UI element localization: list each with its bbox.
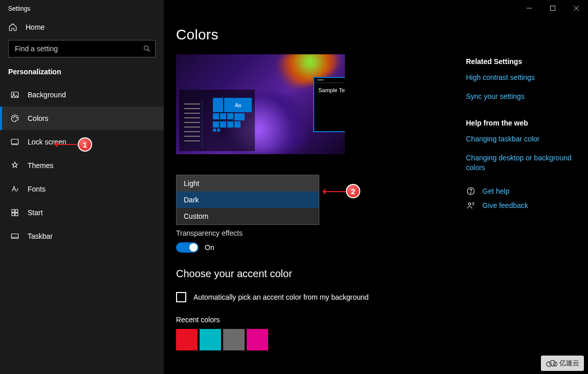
picture-icon xyxy=(10,90,19,99)
transparency-state: On xyxy=(205,243,214,252)
auto-accent-label: Automatically pick an accent color from … xyxy=(193,293,368,301)
search-input[interactable] xyxy=(8,40,156,57)
palette-icon xyxy=(10,114,19,123)
nav-home[interactable]: Home xyxy=(0,14,164,36)
preview-sample-text: Sample Text xyxy=(314,83,345,97)
nav-item-themes[interactable]: Themes xyxy=(0,154,164,177)
recent-colors-label: Recent colors xyxy=(176,316,446,324)
svg-point-5 xyxy=(14,116,15,117)
watermark: 亿速云 xyxy=(541,356,584,371)
maximize-button[interactable] xyxy=(541,0,564,16)
link-taskbar-color[interactable]: Changing taskbar color xyxy=(466,134,576,144)
nav-label: Background xyxy=(28,91,66,99)
page-title: Colors xyxy=(176,27,576,43)
svg-point-3 xyxy=(13,93,14,94)
link-sync-settings[interactable]: Sync your settings xyxy=(466,92,576,101)
nav-label: Colors xyxy=(28,114,48,122)
svg-rect-11 xyxy=(12,213,14,216)
nav-label: Themes xyxy=(28,161,54,170)
fonts-icon xyxy=(10,184,19,194)
dropdown-option-custom[interactable]: Custom xyxy=(177,208,319,224)
nav-item-taskbar[interactable]: Taskbar xyxy=(0,224,164,248)
recent-color-swatch[interactable] xyxy=(200,329,221,350)
color-mode-dropdown[interactable]: Light Dark Custom xyxy=(176,175,319,225)
link-high-contrast[interactable]: High contrast settings xyxy=(466,73,576,82)
lockscreen-icon xyxy=(10,137,19,147)
svg-rect-12 xyxy=(15,213,18,216)
recent-color-swatch[interactable] xyxy=(176,329,198,350)
feedback-icon xyxy=(466,201,475,210)
minimize-button[interactable] xyxy=(517,0,541,16)
annotation-arrow-2 xyxy=(323,191,346,192)
nav-list: Background Colors Lock screen Themes Fon… xyxy=(0,83,164,248)
section-header: Personalization xyxy=(0,63,164,83)
related-panel: Related Settings High contrast settings … xyxy=(466,54,576,350)
svg-point-6 xyxy=(16,117,17,118)
annotation-arrow-1 xyxy=(55,144,78,145)
recent-color-swatch[interactable] xyxy=(223,329,245,350)
link-get-help[interactable]: Get help xyxy=(466,186,576,196)
close-button[interactable] xyxy=(564,0,588,16)
nav-label: Start xyxy=(28,209,43,217)
link-give-feedback[interactable]: Give feedback xyxy=(466,201,576,210)
sidebar: Settings Home Personalization Background… xyxy=(0,0,164,374)
nav-label: Taskbar xyxy=(28,232,53,240)
search-icon xyxy=(142,44,151,53)
svg-rect-9 xyxy=(12,210,14,212)
svg-point-20 xyxy=(470,193,471,194)
svg-rect-7 xyxy=(11,139,18,144)
nav-label: Fonts xyxy=(28,185,46,193)
svg-rect-16 xyxy=(551,6,555,11)
svg-rect-13 xyxy=(11,234,18,239)
webhelp-heading: Help from the web xyxy=(466,119,576,127)
main-column: Aa Sample Text Light Dark xyxy=(176,54,446,350)
window-caption xyxy=(517,0,588,16)
svg-point-0 xyxy=(144,46,148,50)
link-desktop-color[interactable]: Changing desktop or background colors xyxy=(466,153,576,173)
app-title: Settings xyxy=(0,0,164,14)
recent-color-swatch[interactable] xyxy=(247,329,268,350)
svg-line-1 xyxy=(148,50,150,52)
nav-item-start[interactable]: Start xyxy=(0,201,164,224)
accent-heading: Choose your accent color xyxy=(176,268,446,280)
nav-item-fonts[interactable]: Fonts xyxy=(0,177,164,201)
nav-item-colors[interactable]: Colors xyxy=(0,107,164,130)
dropdown-option-light[interactable]: Light xyxy=(177,175,319,192)
dropdown-option-dark[interactable]: Dark xyxy=(177,192,319,208)
search-box xyxy=(8,40,156,57)
home-icon xyxy=(8,23,17,32)
color-preview: Aa Sample Text xyxy=(176,54,345,154)
related-heading: Related Settings xyxy=(466,57,576,66)
nav-item-background[interactable]: Background xyxy=(0,83,164,107)
transparency-label: Transparency effects xyxy=(176,229,446,237)
annotation-badge-2: 2 xyxy=(346,184,360,198)
auto-accent-checkbox[interactable] xyxy=(176,292,186,302)
recent-colors xyxy=(176,329,446,350)
svg-rect-10 xyxy=(15,210,18,212)
svg-point-21 xyxy=(468,203,471,205)
svg-point-4 xyxy=(13,117,14,118)
annotation-badge-1: 1 xyxy=(78,137,92,152)
content-area: Colors Aa xyxy=(164,0,588,374)
start-icon xyxy=(10,208,19,217)
transparency-toggle[interactable] xyxy=(176,242,199,253)
preview-tile-aa: Aa xyxy=(224,98,252,112)
help-icon xyxy=(466,186,475,196)
themes-icon xyxy=(10,161,19,170)
svg-point-22 xyxy=(546,362,551,366)
taskbar-icon xyxy=(10,232,19,241)
preview-sample-window: Sample Text xyxy=(313,77,345,132)
home-label: Home xyxy=(26,23,45,31)
